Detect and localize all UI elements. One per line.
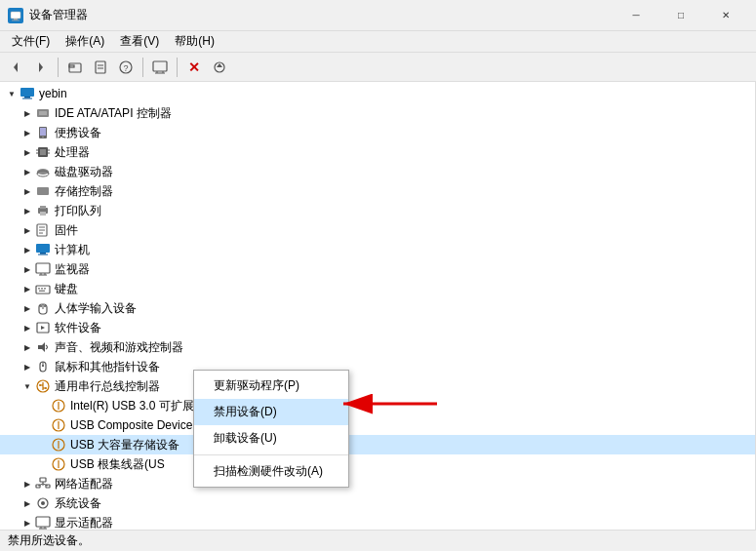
svg-rect-51 (38, 288, 40, 290)
expand-hid[interactable]: ▶ (20, 300, 35, 316)
expand-storage[interactable]: ▶ (20, 183, 35, 199)
svg-rect-46 (36, 263, 50, 273)
tree-item-firmware[interactable]: ▶ 固件 (0, 220, 755, 240)
update-button[interactable] (208, 56, 231, 79)
tree-item-disk[interactable]: ▶ 磁盘驱动器 (0, 162, 755, 181)
expand-portable[interactable]: ▶ (20, 125, 35, 140)
tree-item-portable[interactable]: ▶ 便携设备 (0, 123, 755, 142)
tree-label-ide: IDE ATA/ATAPI 控制器 (55, 105, 172, 122)
icon-storage (35, 183, 51, 199)
display-button[interactable] (148, 56, 172, 79)
svg-rect-1 (14, 19, 18, 20)
help-button[interactable]: ? (114, 56, 138, 79)
tree-item-root[interactable]: ▼ yebin (0, 84, 755, 103)
svg-rect-2 (12, 20, 20, 20)
maximize-button[interactable]: □ (658, 0, 703, 31)
tree-item-monitor[interactable]: ▶ 监视器 (0, 259, 755, 279)
icon-usb-root (35, 378, 51, 394)
ctx-uninstall-device[interactable]: 卸载设备(U) (194, 425, 348, 452)
menu-file[interactable]: 文件(F) (4, 31, 58, 52)
menu-bar: 文件(F) 操作(A) 查看(V) 帮助(H) (0, 31, 756, 53)
tree-item-cpu[interactable]: ▶ 处理器 (0, 142, 755, 162)
tree-label-monitor: 监视器 (55, 261, 90, 278)
tree-item-usb-root[interactable]: ▼ 通用串行总线控制器 (0, 376, 755, 396)
expand-keyboard[interactable]: ▶ (20, 281, 35, 296)
window-title: 设备管理器 (29, 7, 88, 23)
svg-point-86 (41, 501, 45, 505)
svg-rect-6 (69, 65, 74, 67)
tree-item-computer[interactable]: ▶ 计算机 (0, 240, 755, 259)
tree-item-system[interactable]: ▶ 系统设备 (0, 493, 755, 513)
tree-item-audio[interactable]: ▶ 声音、视频和游戏控制器 (0, 337, 755, 357)
svg-point-64 (42, 365, 44, 367)
svg-rect-7 (96, 61, 105, 73)
close-button[interactable]: ✕ (703, 0, 748, 31)
icon-usb-mass (51, 437, 66, 453)
forward-button[interactable] (29, 56, 53, 79)
expand-display[interactable]: ▶ (20, 515, 35, 530)
tree-item-usb-hub[interactable]: USB 根集线器(US (0, 454, 755, 474)
tree-item-ide[interactable]: ▶ IDE ATA/ATAPI 控制器 (0, 103, 755, 123)
expand-ide[interactable]: ▶ (20, 105, 35, 121)
tree-label-mouse: 鼠标和其他指针设备 (55, 359, 160, 375)
tree-label-display: 显示适配器 (55, 515, 113, 531)
expand-cpu[interactable]: ▶ (20, 144, 35, 160)
tree-item-storage[interactable]: ▶ 存储控制器 (0, 181, 755, 201)
open-button[interactable] (63, 56, 87, 79)
ctx-scan-hardware[interactable]: 扫描检测硬件改动(A) (194, 458, 348, 485)
expand-firmware[interactable]: ▶ (20, 222, 35, 238)
tree-item-mouse[interactable]: ▶ 鼠标和其他指针设备 (0, 357, 755, 376)
svg-marker-17 (217, 63, 222, 67)
minimize-button[interactable]: ─ (614, 0, 658, 31)
icon-usb-composite (51, 417, 66, 433)
svg-rect-43 (36, 244, 50, 253)
window: 设备管理器 ─ □ ✕ 文件(F) 操作(A) 查看(V) 帮助(H) ? (0, 0, 756, 551)
icon-audio (35, 339, 51, 355)
menu-help[interactable]: 帮助(H) (167, 31, 222, 52)
expand-mouse[interactable]: ▶ (20, 359, 35, 374)
tree-label-usb-mass: USB 大容量存储设备 (70, 437, 179, 453)
icon-portable (35, 125, 51, 140)
expand-network[interactable]: ▶ (20, 476, 35, 492)
svg-rect-87 (36, 517, 50, 527)
tree-item-software[interactable]: ▶ 软件设备 (0, 318, 755, 337)
svg-rect-20 (22, 98, 32, 99)
back-button[interactable] (4, 56, 27, 79)
window-controls: ─ □ ✕ (614, 0, 748, 31)
expand-disk[interactable]: ▶ (20, 164, 35, 179)
icon-software (35, 320, 51, 335)
tree-item-intel-usb[interactable]: Intel(R) USB 3.0 可扩展主机控制器 - 1.0 (Microso… (0, 396, 755, 415)
icon-display (35, 515, 51, 530)
expand-software[interactable]: ▶ (20, 320, 35, 335)
expand-audio[interactable]: ▶ (20, 339, 35, 355)
tree-item-display[interactable]: ▶ 显示适配器 (0, 513, 755, 530)
menu-view[interactable]: 查看(V) (112, 31, 167, 52)
tree-item-print[interactable]: ▶ 打印队列 (0, 201, 755, 220)
ctx-uninstall-device-label: 卸载设备(U) (214, 430, 277, 447)
tree-item-hid[interactable]: ▶ 人体学输入设备 (0, 298, 755, 318)
props-button[interactable] (89, 56, 112, 79)
expand-monitor[interactable]: ▶ (20, 261, 35, 277)
tree-item-keyboard[interactable]: ▶ 键盘 (0, 279, 755, 298)
expand-usb-root[interactable]: ▼ (20, 378, 35, 394)
svg-marker-61 (38, 342, 45, 352)
tree-item-network[interactable]: ▶ 网络适配器 (0, 474, 755, 493)
svg-rect-24 (40, 128, 46, 136)
ctx-disable-device[interactable]: 禁用设备(D) (194, 399, 348, 425)
expand-computer[interactable]: ▶ (20, 242, 35, 257)
tree-item-usb-composite[interactable]: USB Composite Device (0, 415, 755, 435)
tree-item-usb-mass[interactable]: USB 大容量存储设备 (0, 435, 755, 454)
ctx-scan-hardware-label: 扫描检测硬件改动(A) (214, 463, 323, 480)
svg-rect-12 (153, 61, 167, 71)
tree-scroll[interactable]: ▼ yebin ▶ IDE ATA/ATAPI 控制器 ▶ (0, 82, 755, 530)
tree-label-usb-hub: USB 根集线器(US (70, 456, 165, 473)
expand-root[interactable]: ▼ (4, 86, 20, 101)
remove-button[interactable]: ✕ (182, 56, 206, 79)
svg-point-69 (39, 384, 41, 386)
expand-print[interactable]: ▶ (20, 203, 35, 218)
ctx-update-driver[interactable]: 更新驱动程序(P) (194, 373, 348, 399)
menu-action[interactable]: 操作(A) (58, 31, 112, 52)
app-icon (8, 8, 23, 23)
expand-system[interactable]: ▶ (20, 495, 35, 511)
tree-label-storage: 存储控制器 (55, 183, 113, 200)
